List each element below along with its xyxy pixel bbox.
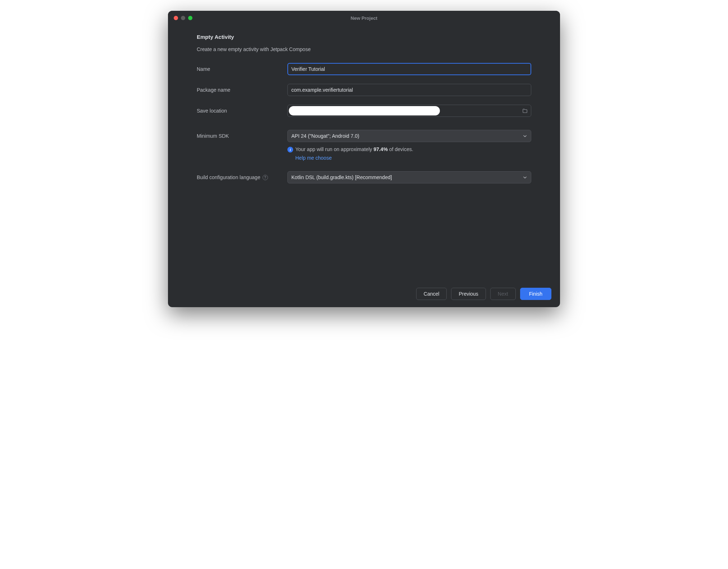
minimum-sdk-value: API 24 ("Nougat"; Android 7.0) (291, 133, 359, 139)
spacer (197, 192, 531, 275)
help-me-choose-link[interactable]: Help me choose (295, 155, 332, 161)
titlebar: New Project (168, 11, 560, 25)
package-name-input[interactable] (287, 84, 531, 96)
build-config-dropdown[interactable]: Kotlin DSL (build.gradle.kts) [Recommend… (287, 171, 531, 183)
page-description: Create a new empty activity with Jetpack… (197, 46, 531, 52)
save-location-label: Save location (197, 108, 287, 114)
name-row: Name (197, 63, 531, 75)
finish-button[interactable]: Finish (520, 288, 551, 300)
build-config-value: Kotlin DSL (build.gradle.kts) [Recommend… (291, 174, 392, 180)
new-project-window: New Project Empty Activity Create a new … (168, 11, 560, 307)
page-heading: Empty Activity (197, 34, 531, 40)
package-name-label: Package name (197, 87, 287, 93)
traffic-lights (174, 16, 192, 20)
build-config-label: Build configuration language ? (197, 174, 287, 180)
browse-folder-icon[interactable] (522, 108, 528, 114)
help-icon[interactable]: ? (263, 175, 268, 180)
cancel-button[interactable]: Cancel (416, 288, 447, 300)
save-location-row: Save location (197, 105, 531, 117)
name-input[interactable] (287, 63, 531, 75)
info-icon: i (287, 147, 293, 153)
device-coverage-info: i Your app will run on approximately 97.… (287, 146, 531, 153)
dialog-footer: Cancel Previous Next Finish (168, 282, 560, 307)
minimum-sdk-label: Minimum SDK (197, 133, 287, 139)
package-name-row: Package name (197, 84, 531, 96)
device-coverage-text: Your app will run on approximately 97.4%… (295, 146, 413, 152)
minimize-button[interactable] (181, 16, 185, 20)
next-button: Next (490, 288, 516, 300)
minimum-sdk-dropdown[interactable]: API 24 ("Nougat"; Android 7.0) (287, 130, 531, 142)
minimum-sdk-row: Minimum SDK API 24 ("Nougat"; Android 7.… (197, 130, 531, 142)
previous-button[interactable]: Previous (451, 288, 486, 300)
name-label: Name (197, 66, 287, 72)
dialog-content: Empty Activity Create a new empty activi… (168, 25, 560, 282)
window-title: New Project (174, 15, 554, 21)
build-config-row: Build configuration language ? Kotlin DS… (197, 171, 531, 183)
redacted-path (289, 106, 440, 115)
help-link-row: Help me choose (295, 155, 531, 161)
chevron-down-icon (522, 175, 527, 180)
close-button[interactable] (174, 16, 178, 20)
chevron-down-icon (522, 133, 527, 138)
maximize-button[interactable] (188, 16, 192, 20)
